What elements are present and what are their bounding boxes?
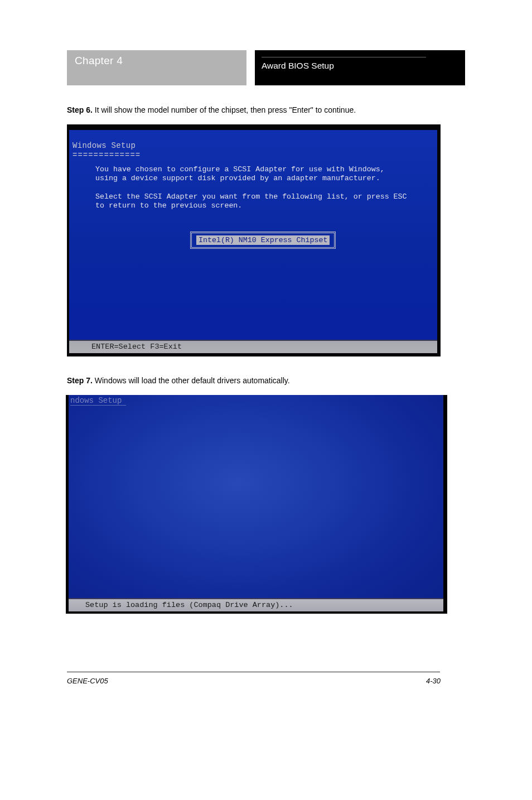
setup1-status-text: ENTER=Select F3=Exit [91, 343, 182, 351]
header-divider [262, 57, 426, 57]
header-gap [246, 50, 255, 85]
setup1-body-b: Select the SCSI Adapter you want from th… [95, 192, 407, 210]
photo-border [66, 611, 447, 614]
chapter-title-text: Award BIOS Setup [262, 61, 460, 71]
setup1-status-bar: ENTER=Select F3=Exit [69, 340, 437, 353]
chapter-label-text: Chapter 4 [75, 55, 123, 67]
setup1-line1: You have chosen to configure a SCSI Adap… [95, 165, 385, 174]
selected-adapter[interactable]: Intel(R) NM10 Express Chipset [196, 235, 330, 245]
scsi-adapter-selection[interactable]: Intel(R) NM10 Express Chipset [190, 232, 336, 249]
footer-model: GENE-CV05 [67, 677, 108, 685]
setup-screenshot-2: ndows Setup Setup is loading files (Comp… [66, 395, 447, 614]
setup2-status-bar: Setup is loading files (Compaq Drive Arr… [69, 598, 443, 611]
step7-text: Step 7. Windows will load the other defa… [67, 375, 465, 386]
footer-page-num: 4-30 [426, 677, 441, 685]
step6-text: Step 6. It will show the model number of… [67, 105, 465, 115]
header-chapter-label: Chapter 4 [67, 50, 246, 85]
setup2-status-text: Setup is loading files (Compaq Drive Arr… [85, 601, 293, 609]
page-header: Chapter 4 Award BIOS Setup [67, 50, 465, 85]
windows-setup-title: Windows Setup [72, 141, 136, 150]
footer-spacer [108, 677, 426, 685]
setup1-line3: Select the SCSI Adapter you want from th… [95, 192, 407, 201]
footer-divider [67, 672, 440, 672]
windows-setup-title-ul: ============= [72, 151, 141, 160]
photo-border [67, 124, 69, 356]
setup1-line4: to return to the previous screen. [95, 201, 242, 210]
step6-body: It will show the model number of the chi… [93, 105, 356, 114]
step7-prefix: Step 7. [67, 376, 93, 385]
setup1-line2: using a device support disk provided by … [95, 174, 380, 182]
photo-border [437, 124, 441, 356]
header-chapter-title: Award BIOS Setup [255, 50, 465, 85]
setup-screen-2-bg [66, 395, 447, 614]
photo-border [67, 353, 441, 356]
photo-border [66, 395, 69, 614]
step7-body: Windows will load the other default driv… [93, 376, 290, 385]
step6-prefix: Step 6. [67, 105, 93, 114]
photo-border [67, 124, 441, 130]
photo-border [443, 395, 447, 614]
setup1-body-a: You have chosen to configure a SCSI Adap… [95, 165, 385, 183]
windows-setup-title-fragment: ndows Setup [70, 396, 122, 405]
setup-screen-1-bg: Windows Setup ============= You have cho… [67, 124, 441, 356]
windows-setup-title-ul-2 [70, 405, 126, 406]
setup-screenshot-1: Windows Setup ============= You have cho… [67, 124, 441, 356]
page-footer: GENE-CV05 4-30 [67, 677, 441, 685]
